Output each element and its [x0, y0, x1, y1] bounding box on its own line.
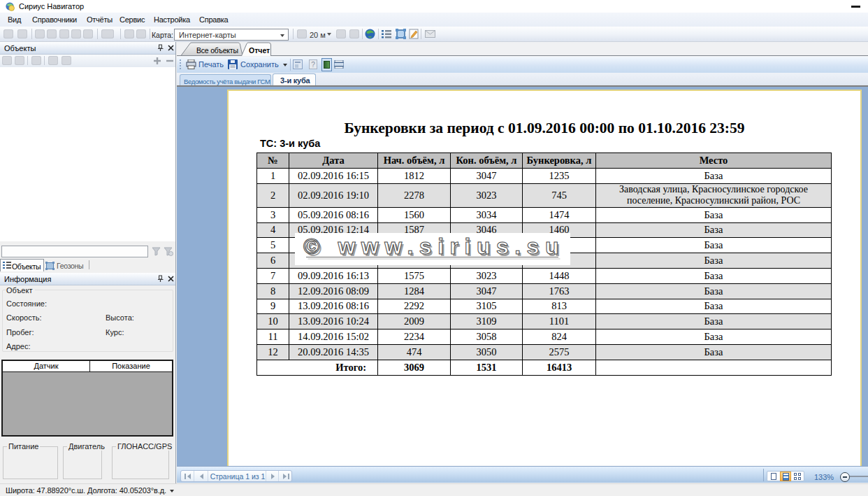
- svg-text:Все объекты: Все объекты: [196, 46, 238, 55]
- svg-text:Отчет: Отчет: [249, 46, 270, 55]
